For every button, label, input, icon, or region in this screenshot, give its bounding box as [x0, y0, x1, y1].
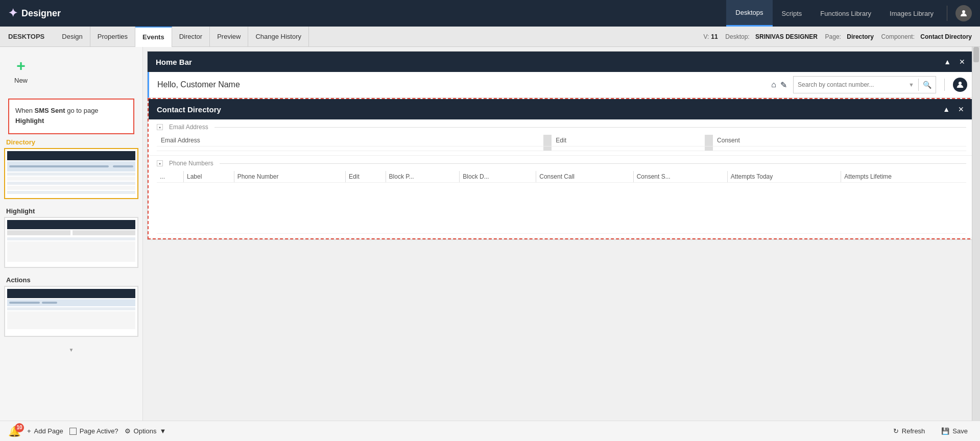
page-thumb-actions[interactable]: Actions [4, 276, 138, 337]
phone-col-dots: ... [157, 171, 183, 183]
options-gear-icon: ⚙ [125, 427, 131, 435]
options-button[interactable]: ⚙ Options ▼ [125, 427, 166, 435]
nav-images-library[interactable]: Images Library [880, 0, 943, 27]
main-content: + New When SMS Sent go to page Highlight… [0, 47, 980, 421]
email-section: ▪ Email Address Email Address Edit [149, 119, 974, 156]
search-bar[interactable]: ▼ 🔍 [793, 76, 936, 93]
add-page-button[interactable]: + Add Page [27, 427, 63, 435]
nav-desktops[interactable]: Desktops [726, 0, 772, 27]
component-name: Contact Directory [920, 33, 972, 40]
email-row-1 [157, 146, 966, 151]
new-button-area: + New [0, 47, 142, 94]
page-label-directory: Directory [4, 138, 138, 146]
desktop-name: SRINIVAS DESIGNER [755, 33, 818, 40]
refresh-icon: ↻ [893, 427, 899, 435]
save-label: Save [952, 427, 968, 435]
user-avatar[interactable] [955, 5, 972, 21]
plus-icon: + [16, 57, 26, 75]
phone-col-blockd: Block D... [460, 171, 536, 183]
nav-functions-library[interactable]: Functions Library [811, 0, 880, 27]
home-icon[interactable]: ⌂ [771, 80, 776, 89]
page-thumb-directory[interactable]: Directory [4, 138, 138, 199]
event-card[interactable]: When SMS Sent go to page Highlight [8, 99, 134, 134]
email-col-consent: Consent [713, 135, 966, 146]
phone-col-attempts-lifetime: Attempts Lifetime [841, 171, 966, 183]
page-active-label: Page Active? [80, 427, 118, 435]
email-legend-line [214, 127, 966, 128]
scroll-down-indicator: ▼ [0, 345, 142, 355]
page-label: Page: [825, 33, 841, 40]
cd-minimize-btn[interactable]: ▲ [941, 104, 952, 114]
tab-change-history[interactable]: Change History [248, 27, 309, 47]
options-label: Options [134, 427, 157, 435]
page-thumb-highlight[interactable]: Highlight [4, 207, 138, 268]
search-input[interactable] [798, 81, 906, 88]
pencil-icon[interactable]: ✎ [780, 80, 787, 90]
phone-empty-area [157, 183, 966, 234]
email-legend: ▪ Email Address [157, 124, 966, 131]
tab-design[interactable]: Design [55, 27, 90, 47]
user-avatar-icon[interactable] [953, 78, 967, 92]
notification-badge: 10 [15, 423, 24, 432]
col-sep-3 [543, 146, 552, 151]
phone-col-number: Phone Number [234, 171, 345, 183]
phone-legend: ▪ Phone Numbers [157, 160, 966, 167]
home-bar-minimize-btn[interactable]: ▲ [942, 57, 953, 67]
version-number: 11 [711, 33, 718, 40]
tab-director[interactable]: Director [172, 27, 210, 47]
search-icon[interactable]: 🔍 [923, 81, 931, 89]
new-button[interactable]: + New [8, 55, 34, 86]
phone-col-consent-s: Consent S... [633, 171, 727, 183]
phone-collapse-icon[interactable]: ▪ [157, 160, 163, 166]
refresh-label: Refresh [902, 427, 925, 435]
right-scrollbar[interactable] [972, 47, 980, 421]
checkbox-icon[interactable] [69, 428, 77, 435]
tab-preview[interactable]: Preview [210, 27, 248, 47]
nav-scripts[interactable]: Scripts [773, 0, 811, 27]
svg-point-0 [962, 10, 965, 13]
save-button[interactable]: 💾 Save [937, 425, 972, 437]
nav-separator [947, 6, 947, 21]
email-collapse-icon[interactable]: ▪ [157, 124, 163, 130]
phone-section: ▪ Phone Numbers ... Label Phone Number E… [149, 156, 974, 238]
tab-bar: DESKTOPS Design Properties Events Direct… [0, 27, 980, 47]
bottom-bar: 🔔 10 + Add Page Page Active? ⚙ Options ▼… [0, 421, 980, 441]
phone-legend-line [220, 163, 966, 164]
home-bar-widget: Home Bar ▲ ✕ [148, 52, 975, 72]
tab-properties[interactable]: Properties [90, 27, 135, 47]
cd-close-btn[interactable]: ✕ [956, 104, 966, 114]
bell-button[interactable]: 🔔 10 [8, 425, 21, 437]
phone-section-label: Phone Numbers [167, 160, 216, 167]
col-sep-4 [705, 146, 713, 151]
component-label: Component: [881, 33, 915, 40]
home-bar-close-btn[interactable]: ✕ [957, 57, 967, 67]
email-table: Email Address Edit Consent [157, 135, 966, 151]
bottom-right-actions: ↻ Refresh 💾 Save [889, 425, 972, 437]
page-section: Directory Highlight [0, 138, 142, 337]
event-trigger: SMS Sent [35, 107, 65, 114]
add-page-icon: + [27, 427, 31, 435]
col-sep-1 [543, 135, 552, 146]
tab-events[interactable]: Events [135, 27, 172, 47]
dropdown-arrow[interactable]: ▼ [909, 82, 914, 88]
cd-title: Contact Directory [157, 105, 221, 114]
section-label: DESKTOPS [4, 33, 49, 40]
search-separator [918, 79, 919, 91]
add-page-label: Add Page [34, 427, 63, 435]
cd-controls: ▲ ✕ [941, 104, 966, 114]
notification-area: 🔔 10 [8, 425, 21, 437]
app-logo: ✦ Designer [8, 7, 61, 20]
email-col-edit: Edit [552, 135, 705, 146]
refresh-button[interactable]: ↻ Refresh [889, 425, 929, 437]
phone-col-attempts-today: Attempts Today [727, 171, 841, 183]
event-destination: Highlight [15, 117, 44, 125]
contact-directory-panel: Contact Directory ▲ ✕ ▪ Email Address [148, 98, 975, 239]
tab-bar-info: V: 11 Desktop: SRINIVAS DESIGNER Page: D… [703, 33, 980, 40]
event-middle: go to page [65, 107, 99, 114]
page-active-checkbox[interactable]: Page Active? [69, 427, 118, 435]
scroll-thumb[interactable] [973, 47, 979, 62]
page-label-highlight: Highlight [4, 207, 138, 215]
phone-row-1 [157, 183, 966, 234]
version-label: V: [703, 33, 709, 40]
phone-col-label: Label [183, 171, 234, 183]
